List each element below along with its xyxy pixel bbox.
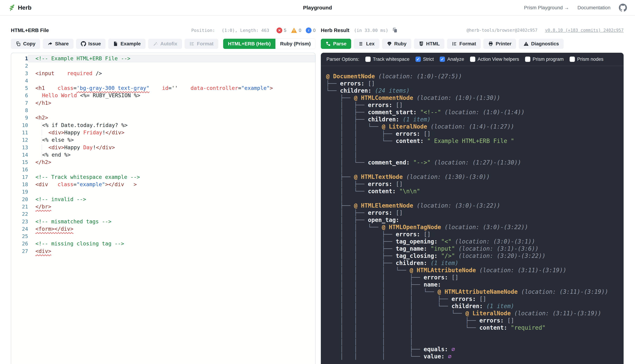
html-button[interactable]: HTML [414, 39, 445, 49]
tree-line: │ │ │ │ [326, 338, 623, 346]
checkbox-icon[interactable] [570, 56, 575, 62]
editor-code[interactable]: <!-- Example HTML+ERB File --> <input re… [28, 55, 315, 255]
checkbox-icon[interactable] [525, 56, 530, 62]
ruby-button[interactable]: Ruby [382, 39, 411, 49]
code-line [28, 232, 315, 240]
option-action-view-helpers[interactable]: Action View helpers [470, 56, 519, 62]
brand: Herb [8, 4, 31, 12]
nav-documentation[interactable]: Documentation [577, 5, 610, 10]
parse-button-label: Parse [333, 41, 347, 46]
code-line: <!-- invalid --> [28, 196, 315, 203]
editor-gutter: 1234567891011121314151617181920212223242… [11, 55, 28, 255]
code-line [28, 77, 315, 84]
error-badge: ✕ 5 [276, 28, 286, 33]
code-line: <div>Happy Day!</div> [28, 144, 315, 151]
autofix-button[interactable]: Autofix [148, 39, 182, 49]
code-line: <!-- Track whitespace example --> [28, 174, 315, 181]
tree-line: │ └── content: "\n\n" [326, 188, 623, 195]
tree-line: │ │ └── content: " Example HTML+ERB File… [326, 137, 623, 144]
tree-line: │ │ ├── tag_name: "input" (location: (3:… [326, 245, 623, 252]
format-button[interactable]: Format [185, 39, 218, 49]
copy-button[interactable]: Copy [11, 39, 40, 49]
tree-line: │ │ │ │ └── children: (1 item) [326, 302, 623, 310]
option-analyze[interactable]: Analyze [440, 56, 464, 62]
checkbox-icon[interactable] [365, 56, 371, 62]
brand-label: Herb [18, 4, 31, 11]
tree-line: ├── @ HTMLTextNode (location: (1:30)-(3:… [326, 173, 623, 180]
lex-button-label: Lex [366, 41, 375, 46]
option-prism-nodes[interactable]: Prism nodes [570, 56, 603, 62]
tree-line: │ [326, 166, 623, 173]
issue-button[interactable]: Issue [76, 39, 106, 49]
result-format-button[interactable]: Format [447, 39, 481, 49]
result-title: Herb Result [321, 28, 350, 33]
lex-button[interactable]: Lex [354, 39, 379, 49]
tab-html-erb-herb[interactable]: HTML+ERB (Herb) [223, 39, 275, 49]
document-icon [113, 41, 118, 46]
code-line: </h2> [28, 158, 315, 166]
copy-result-icon[interactable] [392, 27, 398, 33]
gem-icon [387, 41, 392, 46]
ast-tree-output[interactable]: @ DocumentNode (location: (1:0)-(27:5))├… [321, 66, 623, 364]
version-link[interactable]: v0.8.10 (+183 commits) 2402c957 [545, 28, 623, 33]
printer-button-label: Printer [496, 41, 511, 46]
code-line [28, 210, 315, 218]
share-button[interactable]: Share [43, 39, 74, 49]
tree-line: │ │ [326, 152, 623, 159]
warning-icon [291, 28, 297, 33]
format-button-label: Format [197, 41, 213, 46]
option-prism-program[interactable]: Prism program [525, 56, 564, 62]
wand-icon [153, 41, 158, 46]
tree-line: │ ├── open_tag: [326, 216, 623, 224]
option-label: Action View helpers [478, 56, 519, 62]
code-line: <div> [28, 248, 315, 255]
tree-line: │ │ │ │ [326, 331, 623, 338]
tab-ruby-prism[interactable]: Ruby (Prism) [275, 39, 315, 49]
example-button-label: Example [120, 41, 141, 46]
example-button[interactable]: Example [108, 39, 145, 49]
tree-line: │ │ │ │ ├── errors: [] [326, 317, 623, 324]
result-format-button-label: Format [459, 41, 476, 46]
option-label: Analyze [447, 56, 464, 62]
code-line: <h2> [28, 114, 315, 122]
code-line [28, 107, 315, 114]
parse-timing: (in 33.00 ms) [354, 28, 388, 33]
printer-button[interactable]: Printer [483, 39, 516, 49]
tree-line: ├── @ HTMLElementNode (location: (3:0)-(… [326, 202, 623, 209]
checkbox-icon[interactable] [470, 56, 475, 62]
checkbox-icon[interactable] [440, 56, 445, 62]
tree-line: │ │ │ ├── equals: ∅ [326, 346, 623, 353]
code-line: Hello World <%= RUBY_VERSION %> [28, 92, 315, 99]
tree-line: │ │ ├── children: (1 item) [326, 260, 623, 266]
checkbox-icon[interactable] [416, 56, 421, 62]
list-icon [359, 41, 364, 46]
position-info: Position: (1:0), Length: 463 [191, 28, 269, 33]
option-strict[interactable]: Strict [416, 56, 434, 62]
tree-line: │ │ │ └── @ HTMLAttributeNode (location:… [326, 266, 623, 274]
github-icon[interactable] [619, 4, 627, 12]
option-track-whitespace[interactable]: Track whitespace [365, 56, 410, 62]
tree-line: └── children: (24 items) [326, 87, 623, 94]
code-line [28, 166, 315, 173]
tree-line: │ │ ├── tag_opening: "<" (location: (3:0… [326, 238, 623, 245]
result-section: Herb Result (in 33.00 ms) @herb-tools/br… [321, 16, 623, 364]
tree-line: │ ├── errors: [] [326, 180, 623, 188]
code-line: </br> [28, 203, 315, 210]
tab-html-erb-herb-label: HTML+ERB (Herb) [228, 41, 270, 46]
parse-button[interactable]: Parse [321, 39, 351, 49]
format-icon [452, 41, 457, 46]
herb-leaf-icon [8, 4, 16, 12]
tree-line: │ │ ├── errors: [] [326, 130, 623, 137]
diagnostics-button-label: Diagnostics [531, 41, 559, 46]
position-label: Position: [191, 28, 215, 33]
code-editor[interactable]: 1234567891011121314151617181920212223242… [11, 53, 315, 364]
nav-prism-playground[interactable]: Prism Playground → [524, 5, 569, 10]
diagnostics-button[interactable]: Diagnostics [519, 39, 564, 49]
parser-options-bar: Parser Options: Track whitespace Strict … [321, 53, 623, 66]
info-count: 0 [313, 28, 315, 33]
result-head-row: Herb Result (in 33.00 ms) @herb-tools/br… [321, 26, 623, 34]
code-line: <% end %> [28, 151, 315, 158]
tree-line: │ └── comment_end: "-->" (location: (1:2… [326, 159, 623, 166]
tree-line: │ │ └── @ HTMLOpenTagNode (location: (3:… [326, 224, 623, 231]
tree-line: │ │ ├── tag_closing: "/>" (location: (3:… [326, 252, 623, 260]
